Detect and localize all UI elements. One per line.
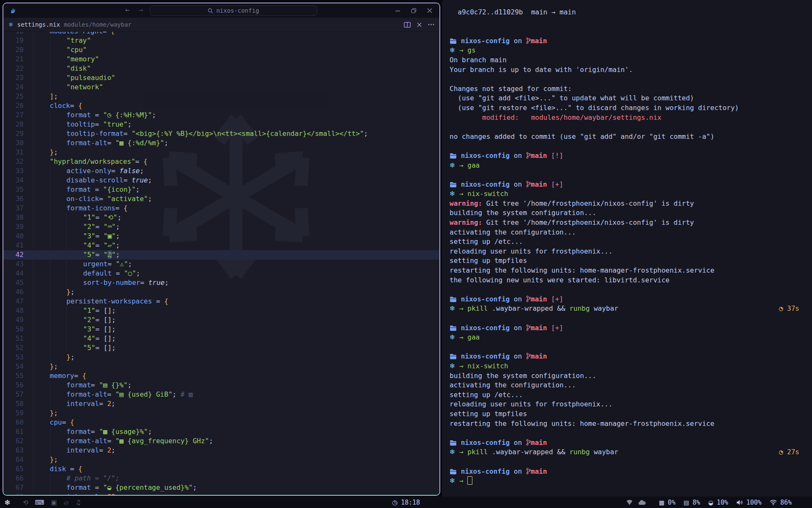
tab-settings-nix[interactable]: ❄ settings.nix modules/home/waybar — [8, 21, 132, 28]
line-number: 20 — [8, 45, 24, 55]
workspace-2-terminal-icon[interactable]: ⌨ — [35, 499, 44, 506]
git-branch-icon — [526, 152, 531, 160]
code-line-25: 25]; — [3, 92, 439, 101]
line-number: 67 — [8, 483, 24, 492]
line-number: 54 — [8, 362, 24, 371]
editor-titlebar: ← → nixos-config — [3, 3, 439, 18]
folder-icon — [450, 352, 457, 360]
terminal-line-12: modified: modules/home/waybar/settings.n… — [450, 113, 812, 123]
code-line-38: 38"1"= "⟲"; — [3, 213, 439, 222]
search-icon — [208, 8, 213, 14]
code-line-63: 63interval= 2; — [3, 446, 439, 455]
close-button[interactable] — [427, 8, 433, 14]
terminal-line-43: setting up tmpfiles — [450, 409, 812, 419]
line-number: 25 — [8, 92, 24, 101]
code-line-61: 61format= "▩ {usage}%"; — [3, 427, 439, 436]
terminal-line-50: ❄ → — [450, 476, 812, 486]
disk-value: 10% — [717, 499, 728, 506]
terminal-line-35: ❄ → gaa — [450, 333, 812, 342]
line-number: 36 — [8, 194, 24, 204]
line-number: 22 — [8, 64, 24, 73]
workspace-3-chat-icon[interactable]: ▣ — [51, 499, 57, 506]
disk-icon: ◒ — [708, 499, 713, 506]
network-module[interactable]: 86% — [770, 499, 792, 506]
code-line-42: 42"5"= "♫"; — [3, 250, 439, 260]
cloud-tray-icon[interactable] — [638, 500, 646, 505]
code-line-66: 66# path = "/"; — [3, 474, 439, 483]
workspaces-module: ⟲⌨▣▱♫ — [23, 499, 81, 506]
line-number: 53 — [8, 353, 24, 362]
nav-forward-icon[interactable]: → — [139, 6, 143, 14]
git-branch-icon — [526, 180, 531, 188]
bar-left-modules: ❄ ⟲⌨▣▱♫ — [0, 498, 81, 507]
terminal-line-38: ❄ → nix-switch — [450, 362, 812, 371]
line-number: 40 — [8, 232, 24, 241]
code-line-29: 29tooltip-format= "<big>{:%Y %B}</big>\n… — [3, 129, 439, 138]
line-number: 62 — [8, 436, 24, 446]
terminal-line-17: ❄ → gaa — [450, 161, 812, 171]
workspace-4-notes-icon[interactable]: ▱ — [64, 499, 69, 506]
nav-back-icon[interactable]: ← — [125, 6, 129, 14]
memory-module[interactable]: ▤8% — [683, 499, 700, 506]
terminal-line-1: a9c0c72..d11029b main → main — [450, 8, 812, 17]
code-line-37: 37format-icons= { — [3, 204, 439, 213]
line-number: 49 — [8, 315, 24, 325]
split-pane-icon[interactable] — [404, 22, 411, 28]
code-line-18: 18modules-right= [ — [3, 32, 439, 36]
code-line-31: 31}; — [3, 148, 439, 157]
memory-value: 8% — [692, 499, 700, 506]
nixos-logo-icon[interactable]: ❄ — [4, 498, 10, 507]
line-number: 60 — [8, 418, 24, 427]
cpu-icon: ▩ — [659, 499, 664, 506]
pulseaudio-module[interactable]: 100% — [736, 499, 762, 506]
network-tray-icon[interactable] — [626, 500, 633, 505]
code-line-19: 19"tray" — [3, 36, 439, 45]
line-number: 27 — [8, 110, 24, 120]
code-line-45: 45sort-by-number= true; — [3, 278, 439, 287]
nix-file-icon: ❄ — [8, 21, 14, 28]
terminal-line-39: building the system configuration... — [450, 371, 812, 381]
line-number: 63 — [8, 446, 24, 455]
cpu-value: 0% — [668, 499, 675, 506]
clock-icon[interactable]: ◷ — [392, 499, 398, 506]
close-tab-icon[interactable] — [417, 22, 422, 27]
code-line-59: 59}; — [3, 409, 439, 418]
folder-icon — [450, 439, 457, 447]
terminal-line-30 — [450, 285, 812, 295]
terminal-line-34: nixos-config on main [+] — [450, 323, 812, 333]
code-line-54: 54}; — [3, 362, 439, 371]
restore-button[interactable] — [411, 8, 417, 14]
network-value: 86% — [780, 499, 792, 506]
code-line-60: 60cpu= { — [3, 418, 439, 427]
git-branch-icon — [526, 352, 531, 360]
line-number: 26 — [8, 101, 24, 110]
terminal-line-24: activating the configuration... — [450, 228, 812, 237]
clock-time[interactable]: 18:18 — [401, 499, 420, 506]
bar-right-modules: ▩0%▤8%◒10%100%86% — [626, 499, 812, 506]
folder-icon — [450, 152, 457, 160]
terminal-line-8 — [450, 75, 812, 84]
code-line-50: 50"3"= []; — [3, 325, 439, 334]
disk-module[interactable]: ◒10% — [708, 499, 728, 506]
more-options-icon[interactable] — [428, 24, 434, 25]
workspace-5-music-icon[interactable]: ♫ — [75, 499, 81, 506]
terminal-window[interactable]: a9c0c72..d11029b main → main nixos-confi… — [442, 0, 812, 508]
line-number: 32 — [8, 157, 24, 166]
code-line-51: 51"4"= []; — [3, 334, 439, 343]
workspace-1-browser-icon[interactable]: ⟲ — [23, 499, 28, 506]
terminal-line-32: ❄ → pkill .waybar-wrapped && runbg wayba… — [450, 304, 812, 314]
minimize-button[interactable] — [395, 8, 401, 14]
terminal-line-31: nixos-config on main [+] — [450, 295, 812, 304]
code-line-35: 35format = "{icon}"; — [3, 185, 439, 194]
cpu-module[interactable]: ▩0% — [659, 499, 675, 506]
tab-bar: ❄ settings.nix modules/home/waybar — [3, 18, 439, 32]
line-number: 43 — [8, 260, 24, 269]
terminal-line-21: warning: Git tree '/home/frostphoenix/ni… — [450, 199, 812, 209]
code-line-68: 68interval= 60; — [3, 492, 439, 495]
line-number: 41 — [8, 241, 24, 250]
line-number: 31 — [8, 148, 24, 157]
code-editor-area[interactable]: 18modules-right= [19"tray"20"cpu"21"memo… — [3, 32, 439, 495]
code-line-43: 43urgent= "⚠"; — [3, 260, 439, 269]
code-line-34: 34disable-scroll= true; — [3, 176, 439, 185]
project-search-box[interactable]: nixos-config — [150, 6, 317, 16]
